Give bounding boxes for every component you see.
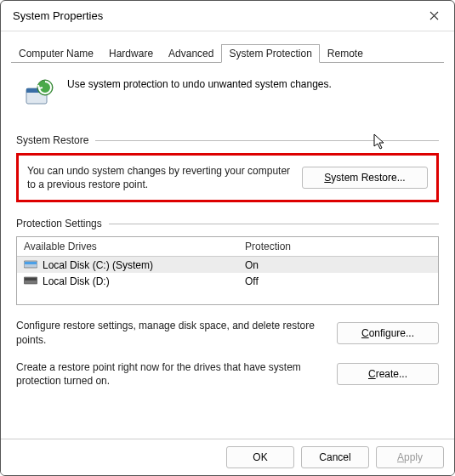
close-button[interactable]: [422, 4, 446, 28]
divider: [95, 140, 439, 141]
protection-settings-heading: Protection Settings: [16, 218, 102, 230]
system-restore-desc: You can undo system changes by reverting…: [27, 164, 292, 191]
drives-table: Available Drives Protection Local Disk (…: [16, 236, 439, 305]
tab-strip: Computer Name Hardware Advanced System P…: [1, 31, 454, 62]
drive-protection: Off: [245, 275, 431, 287]
mnemonic: C: [368, 368, 376, 380]
tab-advanced[interactable]: Advanced: [161, 44, 221, 63]
drive-name: Local Disk (C:) (System): [43, 259, 153, 271]
system-restore-heading: System Restore: [16, 134, 88, 146]
configure-desc: Configure restore settings, manage disk …: [16, 319, 325, 346]
tab-remote[interactable]: Remote: [320, 44, 371, 63]
drive-name: Local Disk (D:): [43, 275, 110, 287]
create-desc: Create a restore point right now for the…: [16, 360, 325, 388]
divider: [109, 224, 439, 224]
intro-text: Use system protection to undo unwanted s…: [67, 76, 332, 90]
table-row[interactable]: Local Disk (C:) (System)On: [17, 257, 438, 273]
tab-hardware[interactable]: Hardware: [101, 44, 161, 63]
col-header-protection[interactable]: Protection: [245, 241, 431, 252]
drive-icon: [24, 258, 37, 269]
table-row[interactable]: Local Disk (D:)Off: [17, 273, 438, 289]
system-protection-icon: [21, 76, 55, 110]
svg-rect-4: [25, 262, 37, 264]
tab-computer-name[interactable]: Computer Name: [11, 44, 101, 63]
button-label-rest: ystem Restore...: [331, 172, 405, 184]
system-restore-button[interactable]: System Restore...: [302, 167, 428, 189]
window-title: System Properties: [13, 9, 103, 22]
dialog-button-bar: OK Cancel Apply: [1, 439, 454, 475]
create-button[interactable]: Create...: [337, 363, 439, 385]
svg-rect-6: [25, 278, 37, 280]
button-label-rest: onfigure...: [369, 327, 414, 339]
cancel-button[interactable]: Cancel: [301, 446, 369, 468]
tab-system-protection[interactable]: System Protection: [221, 44, 319, 63]
col-header-drives[interactable]: Available Drives: [24, 241, 245, 252]
apply-button[interactable]: Apply: [376, 446, 444, 468]
configure-button[interactable]: Configure...: [337, 322, 439, 344]
button-label-rest: reate...: [376, 368, 407, 380]
drive-protection: On: [245, 259, 431, 271]
drive-icon: [24, 275, 37, 285]
mnemonic: A: [397, 451, 404, 463]
system-restore-highlight: You can undo system changes by reverting…: [16, 153, 439, 202]
ok-button[interactable]: OK: [226, 446, 294, 468]
button-label-rest: pply: [404, 451, 423, 463]
close-icon: [429, 11, 439, 20]
mnemonic: C: [361, 327, 369, 339]
